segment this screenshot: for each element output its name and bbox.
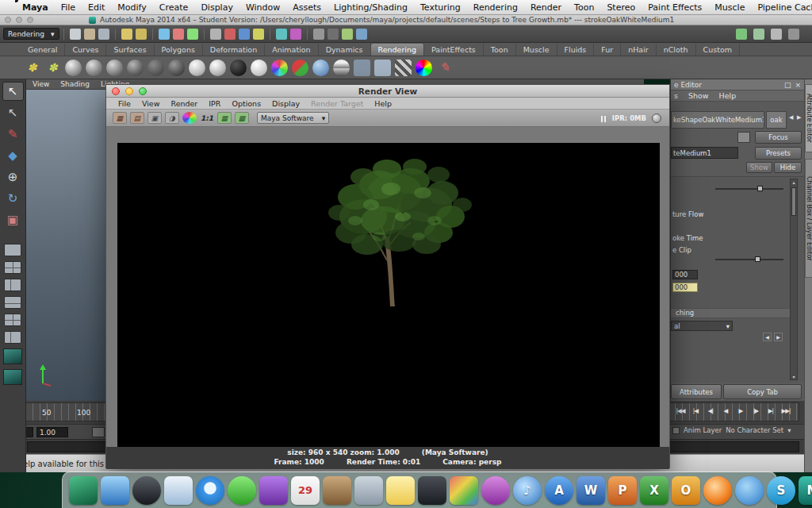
skype-icon[interactable]: S <box>767 476 795 505</box>
material-sphere-icon[interactable] <box>127 60 144 76</box>
panel-minimize-icon[interactable]: □ <box>784 81 791 89</box>
select-component-icon[interactable] <box>187 29 198 40</box>
material-sphere-blue-icon[interactable] <box>312 60 329 76</box>
shelf-tab-dynamics[interactable]: Dynamics <box>319 44 371 56</box>
rv-menu-help[interactable]: Help <box>369 99 397 108</box>
shelf-tab-toon[interactable]: Toon <box>484 44 516 56</box>
play-forwards-button[interactable]: ▶ <box>734 405 747 417</box>
iphoto-icon[interactable] <box>450 476 478 505</box>
material-sphere-icon[interactable] <box>65 60 82 76</box>
saved-layout-thumbnail[interactable] <box>3 369 22 385</box>
layout-four-pane-icon[interactable] <box>4 261 21 274</box>
select-object-icon[interactable] <box>173 29 184 40</box>
app-store-icon[interactable]: A <box>545 476 573 505</box>
shelf-tab-curves[interactable]: Curves <box>65 44 106 56</box>
material-sphere-icon[interactable] <box>168 60 185 76</box>
show-manipulator-icon[interactable] <box>736 29 747 40</box>
shelf-tab-surfaces[interactable]: Surfaces <box>106 44 154 56</box>
snap-to-point-icon[interactable] <box>239 29 250 40</box>
shelf-tab-nhair[interactable]: nHair <box>621 44 657 56</box>
ae-nav-next-icon[interactable]: ▶ <box>774 333 783 341</box>
contacts-icon[interactable] <box>323 476 351 505</box>
step-back-frame-button[interactable]: |◀ <box>689 405 702 417</box>
window-minimize-button[interactable] <box>16 17 22 23</box>
rv-menu-file[interactable]: File <box>113 99 136 108</box>
one-to-one-zoom-icon[interactable]: 1:1 <box>200 112 214 124</box>
character-set-caret-icon[interactable]: ▾ <box>787 426 791 434</box>
display-rgb-channels-icon[interactable] <box>182 112 197 124</box>
ipr-refresh-icon[interactable] <box>652 114 661 123</box>
material-sphere-rainbow-icon[interactable] <box>271 60 288 76</box>
shelf-tab-fur[interactable]: Fur <box>594 44 621 56</box>
ae-menu-attributes[interactable]: s <box>674 91 678 100</box>
safari-icon[interactable] <box>196 476 224 505</box>
menubar-item-create[interactable]: Create <box>153 2 195 13</box>
rotate-tool-button[interactable]: ↻ <box>2 189 24 208</box>
statusline-divider[interactable] <box>152 29 153 40</box>
hide-button[interactable]: Hide <box>774 162 802 173</box>
range-end-field[interactable]: 1.00 <box>36 427 68 437</box>
shelf-tab-animation[interactable]: Animation <box>265 44 318 56</box>
viewport-menu-shading[interactable]: Shading <box>60 80 90 88</box>
ae-node-tab[interactable]: keShapeOakWhiteMedium1 <box>671 111 764 129</box>
ae-tab-next-icon[interactable]: ▶ <box>797 114 801 121</box>
slider-handle[interactable] <box>757 186 763 191</box>
dock-app-icon-10[interactable] <box>354 476 383 505</box>
shelf-tab-general[interactable]: General <box>21 44 65 56</box>
renderer-selector[interactable]: Maya Software ▾ <box>257 112 329 124</box>
dock-app-icon-22[interactable] <box>735 476 764 505</box>
shelf-tab-fluids[interactable]: Fluids <box>557 44 595 56</box>
anim-layer-label[interactable]: Anim Layer <box>684 426 722 434</box>
focus-button[interactable]: Focus <box>755 131 802 144</box>
render-settings-icon[interactable] <box>342 29 353 40</box>
menubar-item-render[interactable]: Render <box>524 2 568 13</box>
statusline-divider[interactable] <box>63 29 64 40</box>
go-to-end-button[interactable]: ▶▶| <box>779 405 792 417</box>
ae-dropdown[interactable]: al ▾ <box>671 321 733 331</box>
paint-effects-panel-icon[interactable] <box>356 29 367 40</box>
checker-texture-icon[interactable] <box>395 60 412 76</box>
shelf-tab-custom[interactable]: Custom <box>696 44 740 56</box>
excel-icon[interactable]: X <box>640 476 668 505</box>
open-scene-icon[interactable] <box>84 29 95 40</box>
slider-handle[interactable] <box>755 256 760 262</box>
copy-tab-button[interactable]: Copy Tab <box>723 384 802 399</box>
dock-app-icon-14[interactable] <box>481 476 510 505</box>
rv-menu-options[interactable]: Options <box>226 99 266 108</box>
material-sphere-icon[interactable] <box>189 60 205 76</box>
select-hierarchy-icon[interactable] <box>159 29 170 40</box>
ae-scrollbar[interactable]: ▴ ▾ <box>790 179 798 380</box>
attribute-slider[interactable] <box>715 259 783 260</box>
input-connections-icon[interactable] <box>753 29 764 40</box>
keep-image-icon[interactable]: ▩ <box>235 112 249 124</box>
menubar-item-maya[interactable]: Maya <box>16 2 55 13</box>
render-image-area[interactable] <box>117 143 660 447</box>
attributes-button[interactable]: Attributes <box>671 384 722 399</box>
rv-menu-ipr[interactable]: IPR <box>203 99 226 108</box>
new-scene-icon[interactable] <box>70 29 81 40</box>
pause-ipr-icon[interactable] <box>600 110 607 125</box>
character-set-selector[interactable]: No Character Set <box>726 426 783 434</box>
construction-history-icon[interactable] <box>290 29 301 40</box>
viewport-menu-view[interactable]: View <box>33 80 49 88</box>
anim-layer-icon[interactable] <box>672 427 680 434</box>
notes-icon[interactable] <box>386 476 415 505</box>
material-sphere-white-icon[interactable] <box>251 60 267 76</box>
shelf-tab-rendering[interactable]: Rendering <box>371 44 425 56</box>
snap-to-grid-icon[interactable] <box>210 29 221 40</box>
window-close-button[interactable] <box>5 17 11 23</box>
statusline-divider[interactable] <box>115 29 116 40</box>
material-sphere-icon[interactable] <box>86 60 102 76</box>
universal-manipulator-button[interactable]: ⊕ <box>2 167 24 187</box>
menubar-item-muscle[interactable]: Muscle <box>708 2 751 13</box>
finder-icon[interactable] <box>101 476 129 505</box>
panel-close-icon[interactable]: × <box>795 81 801 89</box>
rv-menu-display[interactable]: Display <box>266 99 305 108</box>
rv-menu-render[interactable]: Render <box>165 99 203 108</box>
layout-two-pane-vertical-icon[interactable] <box>4 279 21 291</box>
statusline-divider[interactable] <box>204 29 205 40</box>
layout-persp-outliner-icon[interactable] <box>4 314 21 326</box>
material-sphere-icon[interactable] <box>209 60 226 76</box>
menu-set-selector[interactable]: Rendering ▾ <box>3 28 59 40</box>
menubar-item-rendering[interactable]: Rendering <box>467 2 524 13</box>
